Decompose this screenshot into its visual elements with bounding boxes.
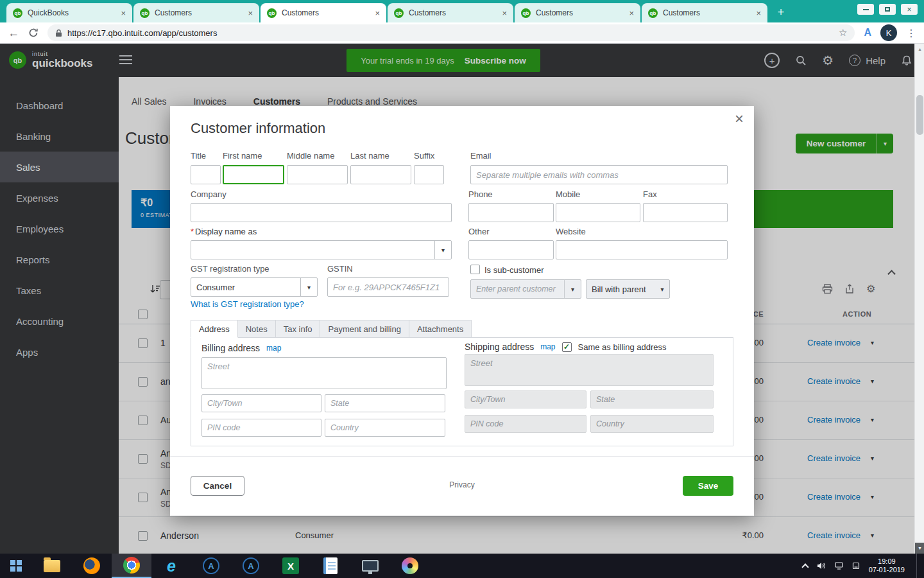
close-icon[interactable]: × [248, 9, 253, 17]
check-icon: ✓ [563, 343, 570, 351]
tab-attachments[interactable]: Attachments [409, 320, 472, 338]
shipping-street-input [465, 354, 714, 386]
browser-tab-5[interactable]: qb Customers × [515, 3, 640, 22]
gstin-input[interactable] [327, 277, 449, 297]
system-tray: 19:09 07-01-2019 [803, 554, 924, 578]
page-scrollbar[interactable]: ▴ ▾ [914, 44, 924, 554]
middle-name-label: Middle name [287, 151, 334, 161]
quickbooks-favicon: qb [648, 8, 658, 18]
minimize-button[interactable] [857, 4, 874, 15]
refresh-icon[interactable] [28, 28, 38, 38]
scroll-up-icon[interactable]: ▴ [915, 44, 924, 54]
privacy-link[interactable]: Privacy [170, 480, 754, 489]
tab-tax-info[interactable]: Tax info [275, 320, 321, 338]
last-name-label: Last name [350, 151, 389, 161]
gst-help-link[interactable]: What is GST registration type? [191, 299, 304, 309]
gst-type-select[interactable]: Consumer ▾ [191, 277, 318, 297]
taskbar-notes-app[interactable] [311, 554, 350, 578]
save-button[interactable]: Save [683, 476, 733, 496]
tab-notes[interactable]: Notes [237, 320, 276, 338]
address-bar[interactable]: https://c17.qbo.intuit.com/app/customers… [47, 24, 855, 41]
paint-icon [402, 557, 418, 574]
last-name-input[interactable] [350, 165, 411, 184]
chevron-down-icon: ▾ [564, 280, 581, 298]
tray-chevron-up-icon[interactable] [801, 563, 809, 570]
tab-title: Customers [282, 8, 370, 17]
scrollbar-thumb[interactable] [916, 95, 923, 135]
taskbar-paint[interactable] [390, 554, 430, 578]
browser-tab-6[interactable]: qb Customers × [642, 3, 767, 22]
browser-tab-4[interactable]: qb Customers × [388, 3, 513, 22]
middle-name-input[interactable] [287, 165, 348, 184]
other-phone-input[interactable] [468, 240, 554, 259]
billing-city-input[interactable] [201, 394, 321, 412]
taskbar-clock[interactable]: 19:09 07-01-2019 [869, 557, 905, 574]
chevron-down-icon[interactable]: ▾ [300, 278, 317, 296]
new-tab-button[interactable]: + [773, 4, 789, 21]
billing-country-input[interactable] [325, 419, 445, 437]
parent-customer-select: Enter parent customer ▾ [470, 279, 581, 299]
show-desktop-button[interactable] [916, 554, 920, 578]
taskbar-firefox[interactable] [72, 554, 112, 578]
taskbar-excel[interactable]: X [271, 554, 311, 578]
action-center-icon[interactable] [852, 562, 860, 570]
email-input[interactable] [470, 165, 728, 184]
tab-title: Customers [155, 8, 243, 17]
tab-payment-billing[interactable]: Payment and billing [320, 320, 409, 338]
taskbar-internet-explorer[interactable]: e [151, 554, 191, 578]
taskbar-file-explorer[interactable] [32, 554, 72, 578]
url-text[interactable]: https://c17.qbo.intuit.com/app/customers [67, 28, 217, 38]
website-input[interactable] [556, 240, 728, 259]
modal-close-icon[interactable]: × [735, 111, 744, 127]
start-button[interactable] [0, 554, 32, 578]
tab-title: Customers [409, 8, 497, 17]
browser-menu-icon[interactable]: ⋮ [906, 27, 916, 39]
is-sub-customer-label: Is sub-customer [484, 265, 543, 275]
bookmark-star-icon[interactable]: ☆ [839, 27, 847, 39]
profile-avatar[interactable]: K [880, 24, 897, 41]
taskbar-app-a-2[interactable]: A [231, 554, 271, 578]
close-icon[interactable]: × [375, 9, 380, 17]
taskbar-app-a-1[interactable]: A [191, 554, 231, 578]
chevron-down-icon[interactable]: ▾ [434, 241, 451, 259]
close-icon[interactable]: × [756, 9, 761, 17]
billing-street-input[interactable] [201, 357, 447, 389]
window-close-button[interactable]: × [901, 4, 918, 15]
shipping-map-link[interactable]: map [540, 342, 555, 351]
scroll-down-icon[interactable]: ▾ [915, 543, 924, 554]
phone-input[interactable] [468, 203, 554, 222]
billing-map-link[interactable]: map [266, 344, 281, 353]
fax-input[interactable] [643, 203, 728, 222]
display-name-select[interactable]: ▾ [191, 240, 452, 259]
first-name-input[interactable] [223, 165, 284, 184]
close-icon[interactable]: × [502, 9, 507, 17]
title-input[interactable] [191, 165, 221, 184]
billing-state-input[interactable] [325, 394, 445, 412]
monitor-icon [362, 560, 379, 572]
suffix-input[interactable] [414, 165, 444, 184]
ie-icon: e [167, 558, 176, 574]
tab-address[interactable]: Address [191, 320, 238, 338]
restore-button[interactable] [879, 4, 896, 15]
taskbar-chrome[interactable] [112, 554, 151, 578]
quickbooks-favicon: qb [521, 8, 531, 18]
back-icon[interactable]: ← [8, 27, 19, 39]
extension-icon[interactable]: A [864, 27, 871, 39]
close-icon[interactable]: × [121, 9, 126, 17]
modal-title: Customer information [191, 120, 325, 137]
company-input[interactable] [191, 203, 452, 222]
browser-tab-2[interactable]: qb Customers × [133, 3, 259, 22]
tab-title: Customers [663, 8, 751, 17]
browser-tab-3-active[interactable]: qb Customers × [261, 3, 386, 22]
mobile-input[interactable] [556, 203, 640, 222]
network-icon[interactable] [835, 562, 843, 570]
taskbar-display-app[interactable] [350, 554, 390, 578]
is-sub-customer-checkbox[interactable] [470, 265, 480, 274]
close-icon[interactable]: × [629, 9, 634, 17]
same-as-billing-checkbox[interactable]: ✓ [562, 342, 572, 352]
billing-pin-input[interactable] [201, 419, 321, 437]
browser-tab-1[interactable]: qb QuickBooks × [6, 3, 132, 22]
volume-icon[interactable] [817, 562, 826, 570]
bill-with-parent-select: Bill with parent ▾ [586, 279, 670, 299]
shipping-pin-input [465, 415, 586, 433]
